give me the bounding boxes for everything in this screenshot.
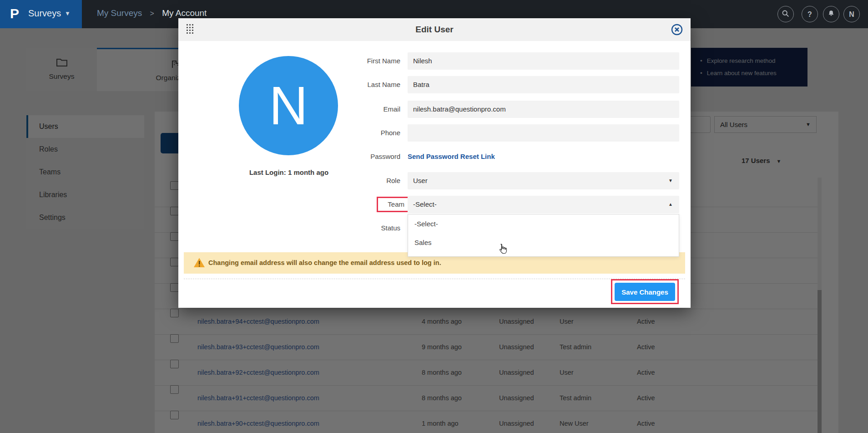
close-icon[interactable] xyxy=(671,23,683,36)
questionpro-logo: P xyxy=(10,6,19,21)
chevron-down-icon: ▼ xyxy=(65,10,71,17)
password-label: Password xyxy=(315,148,400,165)
first-name-field[interactable] xyxy=(408,52,679,70)
breadcrumb: My Surveys > My Account xyxy=(97,8,207,18)
edit-user-modal: Edit User N Last Login: 1 month ago Firs… xyxy=(178,18,691,308)
help-icon[interactable]: ? xyxy=(802,6,818,22)
role-value: User xyxy=(413,177,428,184)
dropdown-option-select[interactable]: -Select- xyxy=(408,214,679,233)
breadcrumb-current: My Account xyxy=(162,8,207,18)
team-select[interactable]: -Select- ▲ xyxy=(408,196,679,213)
notifications-bell-icon[interactable] xyxy=(823,6,839,22)
dropdown-option-sales[interactable]: Sales xyxy=(408,233,679,252)
breadcrumb-separator-icon: > xyxy=(150,10,154,17)
user-avatar[interactable]: N xyxy=(843,6,860,22)
password-reset-link[interactable]: Send Password Reset Link xyxy=(408,148,495,165)
app-menu-surveys[interactable]: Surveys xyxy=(28,8,61,19)
breadcrumb-parent[interactable]: My Surveys xyxy=(97,8,142,18)
modal-header: Edit User xyxy=(178,18,691,41)
email-field[interactable] xyxy=(408,101,679,118)
role-label: Role xyxy=(315,172,400,189)
search-icon[interactable] xyxy=(777,6,794,22)
team-dropdown-panel: -Select- Sales xyxy=(408,214,679,257)
team-label-annotation: Team xyxy=(377,197,409,212)
phone-label: Phone xyxy=(315,124,400,142)
chevron-down-icon: ▼ xyxy=(668,172,673,189)
drag-handle-icon[interactable] xyxy=(187,24,193,35)
team-value: -Select- xyxy=(413,200,437,208)
save-changes-button[interactable]: Save Changes xyxy=(615,283,675,301)
team-label: Team xyxy=(378,198,408,211)
last-name-field[interactable] xyxy=(408,76,679,93)
chevron-up-icon: ▲ xyxy=(668,196,673,213)
footer-divider xyxy=(184,279,685,279)
hand-cursor-icon xyxy=(497,243,509,255)
status-label: Status xyxy=(315,219,400,237)
first-name-label: First Name xyxy=(315,52,400,70)
warning-text: Changing email address will also change … xyxy=(208,252,441,274)
brand-area[interactable]: P Surveys ▼ xyxy=(0,0,82,28)
role-select[interactable]: User ▼ xyxy=(408,172,679,189)
modal-title: Edit User xyxy=(178,18,691,41)
phone-field[interactable] xyxy=(408,124,679,142)
email-label: Email xyxy=(315,101,400,118)
last-name-label: Last Name xyxy=(315,76,400,93)
warning-triangle-icon xyxy=(193,257,205,270)
